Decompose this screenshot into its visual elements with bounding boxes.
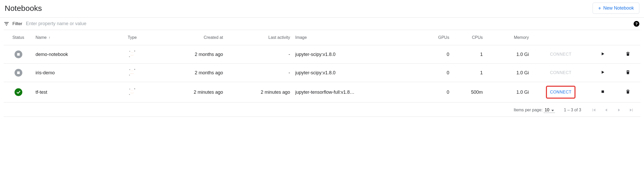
delete-button[interactable] bbox=[625, 89, 631, 94]
col-header-connect bbox=[531, 30, 590, 45]
status-stopped-icon bbox=[15, 69, 22, 77]
page-title: Notebooks bbox=[5, 4, 42, 13]
col-header-activity[interactable]: Last activity bbox=[226, 30, 293, 45]
connect-button: CONNECT bbox=[548, 69, 574, 77]
delete-button[interactable] bbox=[625, 51, 631, 57]
col-header-created[interactable]: Created at bbox=[163, 30, 225, 45]
svg-point-2 bbox=[129, 51, 130, 52]
svg-point-5 bbox=[129, 69, 130, 70]
col-header-action bbox=[590, 30, 615, 45]
table-row: tf-test2 minutes ago2 minutes agojupyter… bbox=[4, 82, 640, 103]
svg-point-0 bbox=[134, 50, 135, 52]
table-row: demo-notebook2 months ago-jupyter-scipy:… bbox=[4, 45, 640, 64]
last-page-button[interactable] bbox=[627, 106, 635, 114]
notebook-name: demo-notebook bbox=[33, 45, 125, 64]
status-stopped-icon bbox=[15, 50, 22, 58]
image-name: jupyter-scipy:v1.8.0 bbox=[295, 52, 335, 57]
filter-input[interactable] bbox=[25, 21, 631, 27]
col-header-type[interactable]: Type bbox=[125, 30, 163, 45]
connect-button[interactable]: CONNECT bbox=[546, 86, 575, 98]
first-page-button[interactable] bbox=[590, 106, 598, 114]
col-header-memory[interactable]: Memory bbox=[485, 30, 532, 45]
created-at: 2 minutes ago bbox=[163, 82, 225, 103]
plus-icon: + bbox=[598, 6, 601, 11]
memory-value: 1.0 Gi bbox=[485, 45, 532, 64]
start-button[interactable] bbox=[600, 70, 605, 75]
gpus-value: 0 bbox=[418, 82, 452, 103]
svg-point-1 bbox=[129, 56, 130, 57]
cpus-value: 1 bbox=[452, 45, 485, 64]
col-header-cpus[interactable]: CPUs bbox=[452, 30, 485, 45]
status-running-icon bbox=[15, 88, 22, 96]
sort-asc-icon: ↑ bbox=[49, 35, 50, 40]
new-notebook-label: New Notebook bbox=[603, 5, 634, 11]
jupyter-icon bbox=[128, 87, 136, 96]
cpus-value: 1 bbox=[452, 64, 485, 82]
col-header-delete bbox=[615, 30, 640, 45]
svg-rect-9 bbox=[601, 90, 604, 93]
delete-button[interactable] bbox=[625, 69, 631, 75]
new-notebook-button[interactable]: + New Notebook bbox=[593, 3, 639, 14]
col-header-image[interactable]: Image bbox=[293, 30, 418, 45]
last-activity: - bbox=[226, 45, 293, 64]
col-header-name-label: Name bbox=[36, 35, 47, 40]
notebook-name: tf-test bbox=[33, 82, 125, 103]
memory-value: 1.0 Gi bbox=[485, 82, 532, 103]
image-name: jupyter-tensorflow-full:v1.8… bbox=[295, 90, 354, 95]
gpus-value: 0 bbox=[418, 64, 452, 82]
paginator: Items per page: 10 1 – 3 of 3 bbox=[4, 103, 640, 117]
created-at: 2 months ago bbox=[163, 64, 225, 82]
help-icon[interactable]: ? bbox=[634, 21, 639, 27]
gpus-value: 0 bbox=[418, 45, 452, 64]
svg-point-6 bbox=[134, 88, 135, 89]
items-per-page-select[interactable]: 10 bbox=[544, 107, 555, 113]
svg-point-8 bbox=[129, 89, 130, 90]
stop-button[interactable] bbox=[601, 90, 605, 94]
jupyter-icon bbox=[128, 68, 136, 77]
svg-point-4 bbox=[129, 75, 130, 75]
jupyter-icon bbox=[128, 49, 136, 58]
svg-point-3 bbox=[134, 69, 135, 70]
cpus-value: 500m bbox=[452, 82, 485, 103]
connect-button: CONNECT bbox=[548, 50, 574, 58]
next-page-button[interactable] bbox=[615, 106, 623, 114]
table-row: iris-demo2 months ago-jupyter-scipy:v1.8… bbox=[4, 64, 640, 82]
col-header-name[interactable]: Name ↑ bbox=[33, 30, 125, 45]
filter-icon bbox=[4, 21, 9, 27]
prev-page-button[interactable] bbox=[602, 106, 610, 114]
created-at: 2 months ago bbox=[163, 45, 225, 64]
memory-value: 1.0 Gi bbox=[485, 64, 532, 82]
start-button[interactable] bbox=[600, 51, 605, 56]
image-name: jupyter-scipy:v1.8.0 bbox=[295, 70, 335, 76]
last-activity: 2 minutes ago bbox=[226, 82, 293, 103]
notebook-name: iris-demo bbox=[33, 64, 125, 82]
col-header-gpus[interactable]: GPUs bbox=[418, 30, 452, 45]
last-activity: - bbox=[226, 64, 293, 82]
svg-point-7 bbox=[129, 94, 130, 95]
items-per-page-label: Items per page: bbox=[514, 108, 543, 112]
pagination-range: 1 – 3 of 3 bbox=[564, 108, 581, 112]
notebooks-table: Status Name ↑ Type Created at Last activ… bbox=[4, 30, 640, 103]
filter-label: Filter bbox=[12, 21, 22, 26]
col-header-status[interactable]: Status bbox=[4, 30, 33, 45]
